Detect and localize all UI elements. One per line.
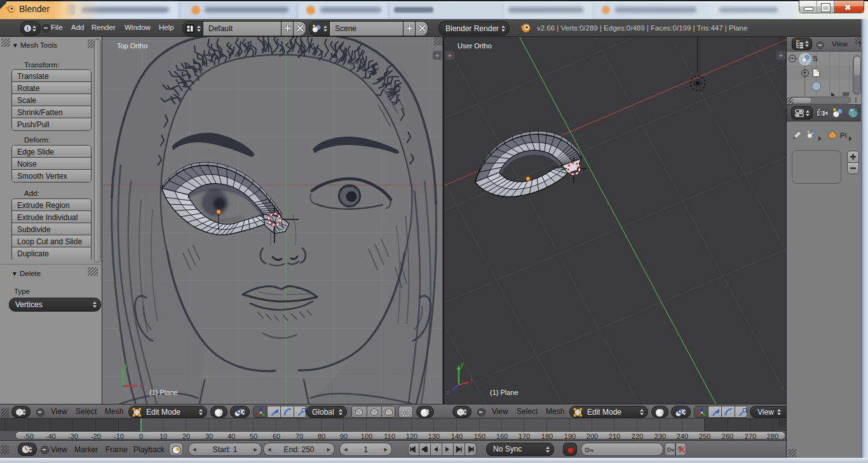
- svg-text:x: x: [140, 383, 143, 390]
- svg-text:z: z: [447, 389, 450, 396]
- svg-text:x: x: [470, 377, 473, 383]
- svg-text:i: i: [27, 25, 29, 32]
- svg-text:y: y: [125, 362, 128, 369]
- svg-text:y: y: [461, 361, 464, 368]
